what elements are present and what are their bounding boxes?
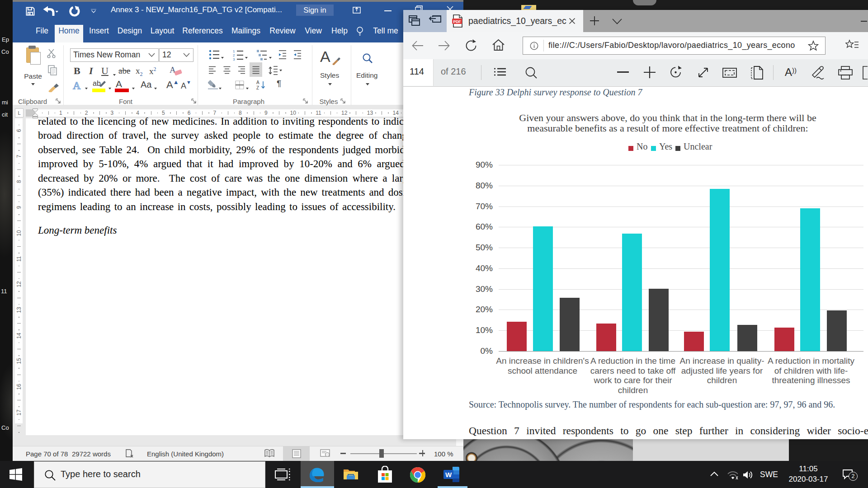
svg-text:2: 2 (233, 53, 235, 57)
svg-text:Z: Z (256, 85, 259, 90)
svg-text:1: 1 (233, 49, 235, 53)
svg-text:3: 3 (233, 57, 235, 61)
svg-text:W: W (445, 471, 452, 479)
svg-text:A: A (256, 80, 259, 85)
svg-text:PDF: PDF (453, 19, 461, 24)
